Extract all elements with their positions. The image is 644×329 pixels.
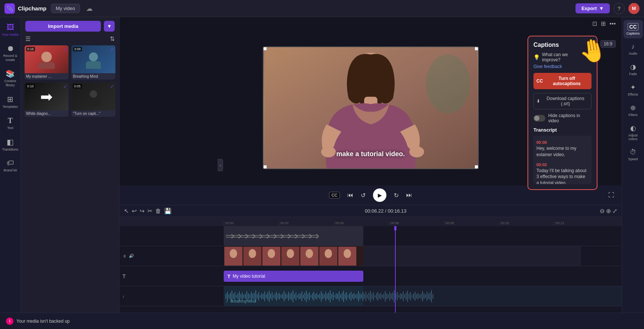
track-audio[interactable]: ♪ Breathing Mind <box>224 286 622 306</box>
logo-icon: 📎 <box>4 3 15 14</box>
zoom-out-button[interactable]: ⊖ <box>600 207 605 215</box>
download-label: Download captions (.srt) <box>542 96 589 106</box>
timeline-cursor-tool[interactable]: ↖ <box>124 207 129 215</box>
sidebar-item-record-create[interactable]: ⏺ Record &create <box>1 41 19 65</box>
fit-tool-button[interactable]: ⊞ <box>601 20 606 27</box>
redo-button[interactable]: ↪ <box>140 207 144 215</box>
play-button[interactable]: ▶ <box>373 188 386 202</box>
track-video[interactable] <box>224 246 622 266</box>
svg-rect-165 <box>425 294 426 298</box>
sort-button[interactable]: ⇅ <box>110 35 115 42</box>
sidebar-item-your-media[interactable]: 🖼 Your media <box>1 20 19 40</box>
corner-handle-bl[interactable] <box>263 165 267 169</box>
track-arrows[interactable]: ⇒⇒⇒⇒⇒⇒⇒⇒⇒⇒⇒⇒⇒ <box>224 226 622 246</box>
skip-forward-button[interactable]: ⏭ <box>406 192 412 199</box>
svg-rect-58 <box>266 294 267 298</box>
svg-rect-85 <box>306 291 307 302</box>
sidebar-item-content-library[interactable]: 📚 Contentlibrary <box>1 66 19 90</box>
svg-rect-41 <box>240 294 241 299</box>
record-create-icon: ⏺ <box>7 44 14 53</box>
track-text[interactable]: T My video tutorial <box>224 266 622 286</box>
sidebar-item-brand-kit[interactable]: 🏷 Brand kit <box>1 156 19 175</box>
right-sidebar-item-adjust-colors[interactable]: ◐ Adjustcolors <box>624 121 643 144</box>
forward-button[interactable]: ↻ <box>394 192 399 199</box>
svg-rect-152 <box>406 293 407 300</box>
help-button[interactable]: ? <box>613 3 625 14</box>
delete-button[interactable]: 🗑 <box>155 208 161 215</box>
collapse-panel-button[interactable]: ‹ <box>218 159 223 171</box>
svg-rect-42 <box>242 293 243 300</box>
text-track-t-icon: T <box>227 274 230 279</box>
svg-rect-138 <box>385 291 386 301</box>
svg-rect-137 <box>383 294 384 299</box>
right-sidebar-item-filters[interactable]: ⊕ Filters <box>624 101 643 120</box>
autocaptions-button[interactable]: CC Turn off autocaptions <box>533 73 592 89</box>
filter-button[interactable]: ☰ <box>25 35 31 42</box>
ruler-mark-4: 00:04 <box>334 221 389 226</box>
fit-timeline-button[interactable]: ⤢ <box>612 207 617 215</box>
media-thumb-2[interactable]: 3:09 ✓ Breathing Mind <box>71 45 115 80</box>
svg-rect-63 <box>273 295 274 297</box>
cut-button[interactable]: ✂ <box>147 207 152 215</box>
media-thumb-label-4: "Turn on capti..." <box>71 110 115 117</box>
fade-icon: ◑ <box>630 63 636 71</box>
svg-rect-146 <box>397 292 398 300</box>
cc-subtitles-button[interactable]: CC <box>329 192 340 199</box>
svg-rect-141 <box>389 292 390 301</box>
svg-rect-69 <box>282 294 283 299</box>
media-thumb-1[interactable]: 0:16 ✓ My explainer ... <box>25 45 68 80</box>
right-sidebar-item-fade[interactable]: ◑ Fade <box>624 60 643 79</box>
project-title[interactable]: My video <box>51 4 80 13</box>
cc-icon: CC <box>536 78 543 84</box>
svg-rect-75 <box>291 293 292 300</box>
avatar[interactable]: M <box>628 3 640 14</box>
timeline-timecode: 00:06.22 / 00:16.13 <box>365 208 407 214</box>
download-captions-button[interactable]: ⬇ Download captions (.srt) <box>533 93 592 109</box>
import-dropdown-button[interactable]: ▼ <box>104 21 115 32</box>
svg-rect-159 <box>416 294 417 299</box>
media-thumb-4[interactable]: 0:05 ✓ "Turn on capti..." <box>71 83 115 117</box>
right-sidebar-item-effects[interactable]: ✦ Effects <box>624 80 643 99</box>
sidebar-item-templates[interactable]: ⊞ Templates <box>1 92 19 112</box>
media-thumb-duration-1: 0:16 <box>26 47 35 51</box>
svg-rect-115 <box>351 292 351 301</box>
corner-handle-br[interactable] <box>475 165 478 169</box>
ruler-mark-8: 00:08 <box>444 221 499 226</box>
sidebar-item-text[interactable]: T Text <box>1 113 19 133</box>
text-track-bar[interactable]: T My video tutorial <box>224 271 363 282</box>
media-thumb-label-1: My explainer ... <box>25 73 68 80</box>
rewind-button[interactable]: ↺ <box>361 192 366 199</box>
svg-rect-145 <box>395 294 396 299</box>
svg-rect-133 <box>377 292 378 301</box>
media-thumb-3[interactable]: ➡ 0:10 ✓ White diagno... <box>25 83 68 117</box>
more-tool-button[interactable]: ••• <box>609 20 616 27</box>
svg-rect-67 <box>279 293 280 300</box>
undo-button[interactable]: ↩ <box>132 207 137 215</box>
give-feedback-link[interactable]: Give feedback <box>533 64 592 69</box>
corner-handle-tr[interactable] <box>475 47 478 51</box>
svg-rect-128 <box>370 291 371 302</box>
zoom-in-button[interactable]: ⊕ <box>606 207 611 215</box>
crop-tool-button[interactable]: ⊡ <box>592 20 597 27</box>
skip-back-button[interactable]: ⏮ <box>347 192 353 199</box>
fullscreen-button[interactable]: ⛶ <box>608 192 614 199</box>
svg-rect-98 <box>325 292 326 301</box>
right-sidebar-item-speed[interactable]: ⏱ Speed <box>624 145 643 164</box>
filters-icon: ⊕ <box>630 104 636 112</box>
ruler-mark-2: 00:02 <box>279 221 334 226</box>
app-name: Clipchamp <box>18 5 47 12</box>
import-media-button[interactable]: Import media <box>25 21 101 32</box>
svg-rect-151 <box>404 294 405 298</box>
sidebar-item-transitions[interactable]: ◧ Transitions <box>1 135 19 155</box>
export-button[interactable]: Export ▼ <box>576 3 610 13</box>
svg-rect-33 <box>229 294 229 298</box>
save-button[interactable]: 💾 <box>164 207 172 215</box>
right-sidebar-item-captions[interactable]: CC Captions <box>624 20 643 38</box>
right-sidebar-item-audio[interactable]: ♪ Audio <box>624 40 643 58</box>
svg-rect-31 <box>226 294 226 299</box>
svg-point-8 <box>426 55 470 113</box>
svg-rect-79 <box>297 295 298 297</box>
sidebar-label-brand-kit: Brand kit <box>4 168 17 172</box>
hide-captions-toggle[interactable] <box>533 115 545 122</box>
corner-handle-tl[interactable] <box>263 47 267 51</box>
